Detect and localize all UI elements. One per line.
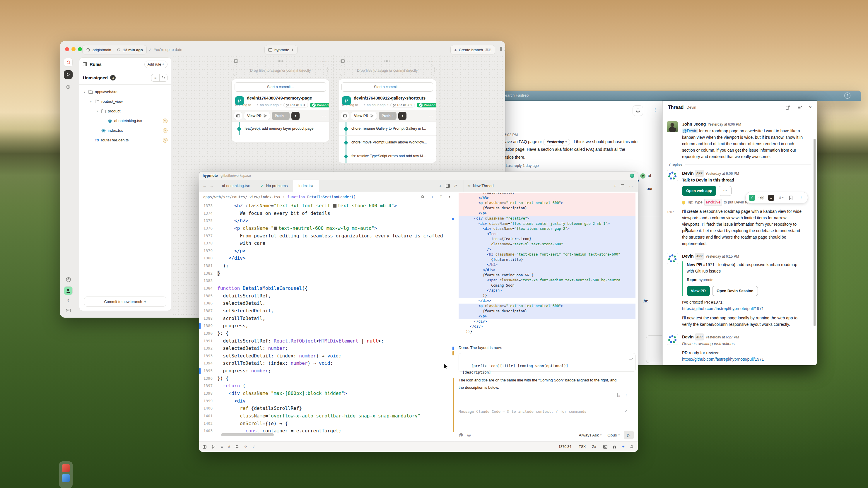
check-icon[interactable]: ✓: [252, 445, 255, 449]
drop-zone[interactable]: Drop files to assign or commit directly: [233, 65, 328, 76]
base-branch-button[interactable]: origin/main | 13 min ago: [82, 45, 147, 55]
search-icon[interactable]: [421, 195, 425, 199]
scroll-up-icon[interactable]: ↑: [625, 393, 627, 397]
code-line-1390[interactable]: 1390}: {: [199, 330, 452, 337]
close-window-button[interactable]: [65, 47, 69, 51]
panel-new-icon[interactable]: +: [614, 183, 616, 188]
code-line-1375[interactable]: 1375 </h2>: [199, 217, 452, 225]
panel-layout-icon[interactable]: [621, 185, 624, 187]
expand-input-icon[interactable]: ↗: [624, 409, 627, 413]
tab-no-problems[interactable]: ✓No problems: [255, 180, 293, 192]
custom-reaction-icon[interactable]: [768, 195, 774, 201]
message-actions[interactable]: MD ↑: [617, 393, 627, 397]
code-line-1396[interactable]: 1396}) {: [199, 375, 452, 382]
pr-pill[interactable]: PR #1982: [391, 103, 415, 107]
feedback-mail-icon[interactable]: [64, 306, 73, 315]
more-options-icon[interactable]: ⋮: [653, 107, 657, 112]
debug-bug-icon[interactable]: [613, 445, 616, 449]
tab-ai-notetaking[interactable]: ai-notetaking.tsx: [217, 180, 255, 192]
open-devin-session-button[interactable]: Open Devin Session: [712, 286, 758, 296]
minimize-window-button[interactable]: [71, 47, 75, 51]
zoom-window-button[interactable]: [78, 47, 82, 51]
code-line-1387[interactable]: 1387 setSelectedDetail,: [199, 307, 452, 315]
code-line-1377[interactable]: 1377 From powerful editing to seamless o…: [199, 232, 452, 240]
expand-icon[interactable]: ↗: [454, 184, 457, 188]
at-mention-icon[interactable]: @: [459, 433, 463, 437]
commit-row[interactable]: fix: resolve TypeScript errors and add r…: [339, 149, 436, 163]
code-line-1395[interactable]: 1395 progress: number;: [199, 367, 452, 375]
send-button[interactable]: ▷: [624, 431, 634, 440]
code-line-1382[interactable]: 1382}: [199, 270, 452, 277]
assign-button[interactable]: [341, 112, 349, 120]
pr-pill[interactable]: PR #1981: [283, 103, 308, 107]
pr-link[interactable]: https://github.com/fastrepl/hyprnote/pul…: [682, 356, 811, 362]
commit-row[interactable]: chore: move Prompt Gallery above Workflo…: [339, 135, 436, 149]
code-line-1386[interactable]: 1386 selectedDetail,: [199, 299, 452, 307]
tree-item-apps-web-src[interactable]: ∨apps/web/src: [80, 87, 171, 97]
eyes-reaction-icon[interactable]: [758, 194, 765, 201]
workspace-rail-button[interactable]: [64, 58, 73, 67]
message-john[interactable]: John JeongYesterday at 6:06 PM @Devin fo…: [663, 118, 817, 161]
commit-row[interactable]: chore: rename Gallery to Prompt Gallery …: [339, 122, 436, 135]
settings-gear-icon[interactable]: [64, 274, 73, 283]
assign-icon[interactable]: [341, 59, 345, 63]
target-icon[interactable]: ◎: [467, 433, 471, 437]
commit-to-new-branch-button[interactable]: Commit to new branch+: [84, 297, 166, 306]
tree-item-routetree-gen-ts[interactable]: TSrouteTree.gen.ts✎: [80, 135, 171, 145]
slack-search-input[interactable]: Search Fastrepl: [502, 93, 529, 97]
split-editor-icon[interactable]: [446, 184, 450, 188]
code-line-1393[interactable]: 1393 setSelectedDetail: (index: number) …: [199, 352, 452, 360]
thread-scrollbar[interactable]: [813, 139, 815, 326]
code-line-1376[interactable]: 1376 <p className="text-neutral-600 max-…: [199, 225, 452, 232]
code-line-1373[interactable]: 1373 <h2 className="text-3xl font-serif …: [199, 202, 452, 209]
editor-titlebar[interactable]: hyprnote gitbutler/workspace: [199, 171, 638, 180]
toggle-sidebar-icon[interactable]: [500, 47, 505, 51]
help-icon[interactable]: ?: [844, 93, 850, 99]
sender-name[interactable]: Devin: [682, 171, 694, 176]
assign-icon[interactable]: [234, 59, 238, 63]
cursor-position[interactable]: 1370:34: [558, 445, 571, 449]
sort-icon[interactable]: ↕: [448, 195, 451, 199]
ci-status-badge[interactable]: ✓Passed: [417, 103, 436, 107]
md-file-icon[interactable]: MD: [617, 393, 621, 397]
slack-search-bar[interactable]: Search Fastrepl ?: [498, 91, 861, 101]
timestamp[interactable]: 6:07: [668, 209, 674, 215]
panel-more-icon[interactable]: ⋯: [629, 184, 633, 188]
terminal-icon[interactable]: [603, 445, 608, 449]
language-mode[interactable]: TSX: [579, 445, 586, 449]
list-icon[interactable]: ≡: [221, 445, 223, 449]
ai-sparkle-button[interactable]: ✦: [398, 112, 406, 120]
tree-item-ai-notetaking-tsx[interactable]: ai-notetaking.tsx✎: [80, 116, 171, 126]
select-icon[interactable]: ✛: [431, 195, 433, 199]
code-line-1397[interactable]: 1397 return (: [199, 382, 452, 390]
pr-link[interactable]: https://github.com/fastrepl/hyprnote/pul…: [682, 305, 811, 312]
add-rule-button[interactable]: Add rule +: [144, 61, 167, 68]
code-line-1374[interactable]: 1374 We focus on every bit of details: [199, 209, 452, 217]
bookmark-icon[interactable]: [787, 194, 795, 201]
code-line-1402[interactable]: 1402 onScroll={(e) ⇒ {: [199, 420, 452, 427]
push-button[interactable]: Push ↑: [272, 112, 290, 120]
mention[interactable]: @Devin: [682, 129, 698, 133]
commit-row[interactable]: feat(web): add memory layer product page: [231, 122, 329, 135]
start-commit-button[interactable]: Start a commit...: [235, 82, 326, 92]
collapse-rail-icon[interactable]: ▲▼: [64, 297, 73, 303]
close-icon[interactable]: ×: [809, 104, 812, 110]
code-line-1380[interactable]: 1380 </div>: [199, 254, 452, 262]
copilot-sparkle-icon[interactable]: ✦: [622, 445, 625, 449]
actions-icon[interactable]: ✧: [244, 445, 247, 449]
date-pill[interactable]: Yesterday ▾: [543, 139, 570, 145]
view-toggle[interactable]: ≡: [151, 74, 167, 82]
thread-options-icon[interactable]: [797, 105, 802, 110]
branch-more-icon[interactable]: ⋯: [321, 113, 327, 119]
code-line-1401[interactable]: 1401 className="overflow-x-auto scrollba…: [199, 412, 452, 420]
tree-item-routes-view[interactable]: ∨routes/_view: [80, 97, 171, 106]
ibeam-icon[interactable]: I: [440, 195, 442, 199]
branch-more-icon[interactable]: ⋯: [428, 113, 434, 119]
code-line-1398[interactable]: 1398 <div className="max-[800px]:block h…: [199, 390, 452, 397]
nav-forward-icon[interactable]: →: [210, 184, 214, 188]
tree-item-index-tsx[interactable]: index.tsx✎: [80, 126, 171, 135]
history-rail-button[interactable]: [64, 83, 73, 91]
more-actions-button[interactable]: ⋯: [719, 186, 732, 196]
horizontal-scrollbar[interactable]: [221, 433, 274, 436]
reaction-toolbar[interactable]: ✓ ☺+ ⋮: [745, 192, 808, 203]
